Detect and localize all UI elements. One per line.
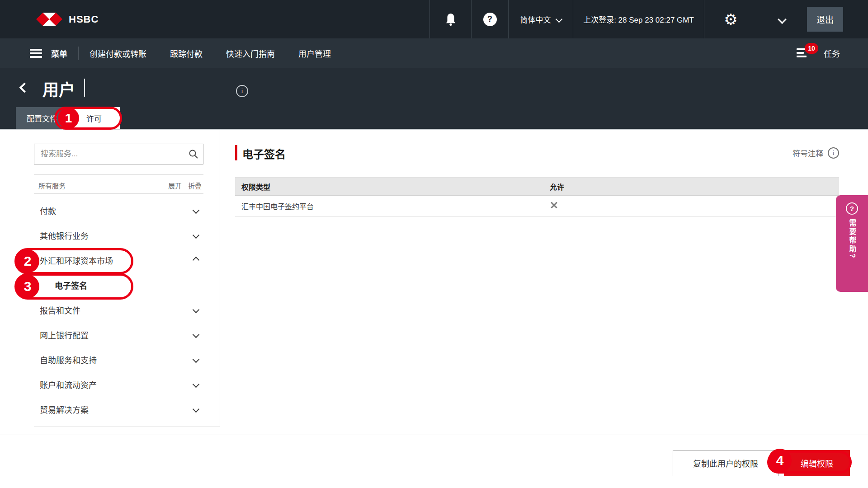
tab-permissions[interactable]: 许可 — [68, 107, 120, 129]
chevron-down-icon — [193, 232, 200, 239]
search-icon[interactable] — [188, 149, 199, 160]
column-header-permission-type: 权限类型 — [235, 181, 542, 192]
chevron-up-icon — [193, 257, 200, 264]
permission-type-cell: 汇丰中国电子签约平台 — [235, 201, 542, 211]
notifications-button[interactable] — [429, 0, 471, 38]
section-heading-row: 电子签名 符号注释 — [235, 144, 839, 163]
tab-bar: 配置文件 许可 — [16, 107, 120, 129]
permissions-table: 权限类型 允许 汇丰中国电子签约平台 — [235, 177, 839, 216]
top-bar: HSBC 简体中文 上次登录: 28 Sep 23 02:27 GMT — [0, 0, 868, 38]
chevron-down-icon — [193, 356, 200, 363]
nav-item-quick-start[interactable]: 快速入门指南 — [226, 47, 275, 59]
all-services-row: 所有服务 展开 折叠 — [34, 177, 203, 193]
bell-icon — [445, 13, 457, 26]
divider — [34, 193, 203, 194]
tasks-label: 任务 — [824, 47, 840, 59]
service-item-self-service-support[interactable]: 自助服务和支持 — [35, 347, 205, 372]
search-input[interactable] — [34, 144, 203, 164]
chevron-down-icon — [193, 406, 200, 413]
service-item-other-banking[interactable]: 其他银行业务 — [35, 223, 205, 248]
nav-item-user-management[interactable]: 用户管理 — [298, 47, 331, 59]
footer-actions: 复制此用户的权限 编辑权限 — [0, 435, 868, 488]
sidebar-divider — [220, 129, 220, 427]
service-item-reports-documents[interactable]: 报告和文件 — [35, 297, 205, 322]
top-bar-actions: 简体中文 上次登录: 28 Sep 23 02:27 GMT 退出 — [429, 0, 868, 38]
settings-button[interactable] — [704, 0, 757, 38]
hamburger-icon — [30, 49, 42, 58]
account-dropdown[interactable] — [757, 0, 807, 38]
divider — [34, 174, 203, 175]
service-item-fx-global-markets[interactable]: 外汇和环球资本市场 — [35, 248, 205, 272]
tasks-button[interactable]: 10 任务 — [797, 38, 840, 68]
page-title: 用户 — [42, 77, 75, 100]
hsbc-logo[interactable]: HSBC — [36, 13, 99, 26]
need-help-tab[interactable]: 需要帮助? — [836, 195, 868, 292]
menu-button[interactable]: 菜单 — [30, 47, 67, 59]
logout-button[interactable]: 退出 — [807, 7, 843, 32]
collapse-all-link[interactable]: 折叠 — [188, 181, 202, 190]
allowed-cell — [542, 201, 839, 211]
question-circle-icon — [846, 202, 858, 215]
need-help-label: 需要帮助? — [847, 219, 858, 259]
chevron-left-icon — [19, 83, 30, 93]
all-services-label: 所有服务 — [38, 181, 66, 190]
service-item-payments[interactable]: 付款 — [35, 198, 205, 223]
question-circle-icon — [483, 13, 497, 26]
table-header-row: 权限类型 允许 — [235, 178, 839, 196]
chevron-down-icon — [193, 207, 200, 214]
gear-icon — [724, 12, 737, 27]
back-button[interactable] — [21, 84, 28, 93]
column-header-allowed: 允许 — [542, 181, 839, 192]
chevron-down-icon — [193, 306, 200, 314]
tab-profile[interactable]: 配置文件 — [16, 107, 68, 129]
nav-item-create-payment[interactable]: 创建付款或转账 — [90, 47, 146, 59]
service-item-trade-solutions[interactable]: 贸易解决方案 — [35, 397, 205, 422]
expand-all-link[interactable]: 展开 — [168, 181, 182, 190]
brand-name: HSBC — [69, 14, 99, 25]
copy-permissions-button[interactable]: 复制此用户的权限 — [673, 450, 778, 476]
chevron-down-icon — [193, 331, 200, 338]
last-login-text: 上次登录: 28 Sep 23 02:27 GMT — [583, 14, 694, 25]
main-nav: 菜单 创建付款或转账 跟踪付款 快速入门指南 用户管理 10 任务 — [0, 38, 868, 68]
x-mark-icon — [550, 201, 558, 209]
service-item-e-signature[interactable]: 电子签名 — [35, 272, 205, 297]
edit-permissions-button[interactable]: 编辑权限 — [784, 450, 850, 476]
chevron-down-icon — [193, 381, 200, 388]
hsbc-hexagon-icon — [36, 13, 62, 26]
language-label: 简体中文 — [520, 14, 551, 25]
menu-label: 菜单 — [51, 47, 67, 59]
last-login: 上次登录: 28 Sep 23 02:27 GMT — [573, 0, 704, 38]
info-icon[interactable] — [236, 85, 248, 97]
page-header: 用户 配置文件 许可 — [0, 68, 868, 129]
service-item-online-banking-config[interactable]: 网上银行配置 — [35, 322, 205, 347]
legend-label: 符号注释 — [793, 147, 823, 159]
sidebar-bottom-divider — [34, 427, 220, 427]
service-list: 付款 其他银行业务 外汇和环球资本市场 电子签名 报告和文件 网上银行配置 自助… — [35, 198, 205, 422]
chevron-down-icon — [778, 15, 787, 24]
tasks-list-icon: 10 — [797, 47, 811, 59]
expand-collapse-links: 展开 折叠 — [168, 181, 202, 190]
section-heading: 电子签名 — [242, 145, 286, 161]
chevron-down-icon — [555, 16, 562, 23]
tasks-count-badge: 10 — [805, 43, 818, 54]
info-icon — [828, 147, 839, 159]
nav-divider — [78, 47, 79, 60]
table-row: 汇丰中国电子签约平台 — [235, 196, 839, 216]
text-cursor — [84, 79, 85, 97]
service-search — [34, 144, 203, 164]
screen: HSBC 简体中文 上次登录: 28 Sep 23 02:27 GMT — [0, 0, 868, 488]
nav-items: 创建付款或转账 跟踪付款 快速入门指南 用户管理 — [90, 47, 331, 59]
help-button[interactable] — [471, 0, 508, 38]
language-selector[interactable]: 简体中文 — [508, 0, 573, 38]
heading-accent-bar — [235, 145, 237, 160]
service-item-accounts-liquidity[interactable]: 账户和流动资产 — [35, 372, 205, 397]
legend[interactable]: 符号注释 — [793, 147, 839, 159]
nav-item-track-payment[interactable]: 跟踪付款 — [170, 47, 203, 59]
